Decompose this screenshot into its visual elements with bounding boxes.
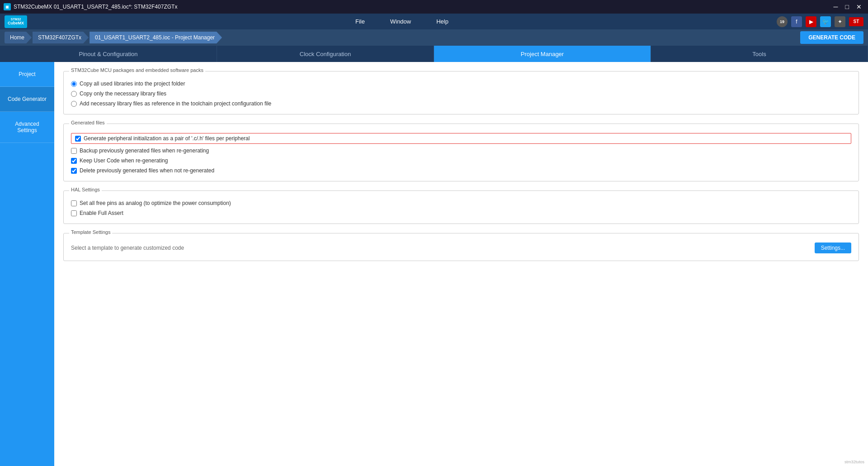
checkbox-backup-input[interactable] bbox=[71, 148, 77, 154]
watermark: stm32tutos bbox=[844, 460, 864, 464]
content-area: STM32Cube MCU packages and embedded soft… bbox=[54, 62, 868, 466]
checkbox-free-pins-input[interactable] bbox=[71, 200, 77, 206]
menu-help[interactable]: Help bbox=[433, 16, 452, 27]
twitter-icon[interactable]: 🐦 bbox=[820, 16, 831, 27]
breadcrumb-project[interactable]: 01_USART1_USART2_485.ioc - Project Manag… bbox=[90, 32, 222, 43]
app-logo-small: ▣ bbox=[4, 3, 11, 10]
breadcrumb-mcu[interactable]: STM32F407ZGTx bbox=[33, 32, 89, 43]
checkbox-full-assert-input[interactable] bbox=[71, 210, 77, 216]
generated-files-section: Generated files Generate peripheral init… bbox=[63, 124, 859, 181]
main-layout: Project Code Generator Advanced Settings… bbox=[0, 62, 868, 466]
mcu-packages-title: STM32Cube MCU packages and embedded soft… bbox=[69, 67, 205, 73]
menu-items: File Window Help bbox=[45, 16, 759, 27]
tab-tools[interactable]: Tools bbox=[651, 46, 868, 62]
youtube-icon[interactable]: ▶ bbox=[806, 16, 816, 27]
app-logo: STM32 CubeMX bbox=[5, 15, 27, 28]
menu-bar: STM32 CubeMX File Window Help 19 f ▶ 🐦 ✦… bbox=[0, 14, 868, 29]
maximize-button[interactable]: □ bbox=[843, 0, 852, 14]
sidebar-item-code-generator[interactable]: Code Generator bbox=[0, 87, 54, 112]
minimize-button[interactable]: ─ bbox=[831, 0, 841, 14]
tab-bar: Pinout & Configuration Clock Configurati… bbox=[0, 46, 868, 62]
checkbox-keep-user-code[interactable]: Keep User Code when re-generating bbox=[71, 157, 851, 164]
title-bar-controls: ─ □ ✕ bbox=[831, 0, 864, 14]
template-settings-title: Template Settings bbox=[69, 229, 112, 235]
logo-line1: STM32 bbox=[11, 18, 21, 21]
hal-settings-options: Set all free pins as analog (to optimize… bbox=[71, 200, 851, 216]
generated-files-options: Generate peripheral initialization as a … bbox=[71, 133, 851, 174]
mcu-packages-options: Copy all used libraries into the project… bbox=[71, 81, 851, 107]
logo-line2: CubeMX bbox=[8, 21, 24, 25]
checkbox-backup[interactable]: Backup previously generated files when r… bbox=[71, 147, 851, 154]
checkbox-generate-peripheral-input[interactable] bbox=[75, 136, 81, 142]
hal-settings-section: HAL Settings Set all free pins as analog… bbox=[63, 190, 859, 224]
menu-window[interactable]: Window bbox=[387, 16, 415, 27]
template-row: Select a template to generate customized… bbox=[71, 243, 851, 253]
checkbox-generate-peripheral[interactable]: Generate peripheral initialization as a … bbox=[71, 133, 851, 144]
checkbox-delete-generated-input[interactable] bbox=[71, 168, 77, 174]
title-bar-title: ▣ STM32CubeMX 01_USART1_USART2_485.ioc*:… bbox=[4, 3, 177, 10]
checkbox-delete-generated[interactable]: Delete previously generated files when n… bbox=[71, 167, 851, 174]
facebook-icon[interactable]: f bbox=[791, 16, 802, 27]
breadcrumb-bar: Home STM32F407ZGTx 01_USART1_USART2_485.… bbox=[0, 29, 868, 46]
tab-clock[interactable]: Clock Configuration bbox=[217, 46, 434, 62]
template-placeholder-text: Select a template to generate customized… bbox=[71, 245, 184, 251]
menu-file[interactable]: File bbox=[352, 16, 368, 27]
checkbox-free-pins[interactable]: Set all free pins as analog (to optimize… bbox=[71, 200, 851, 206]
mcu-packages-section: STM32Cube MCU packages and embedded soft… bbox=[63, 71, 859, 114]
checkbox-full-assert[interactable]: Enable Full Assert bbox=[71, 210, 851, 216]
window-title: STM32CubeMX 01_USART1_USART2_485.ioc*: S… bbox=[14, 4, 177, 10]
generate-code-button[interactable]: GENERATE CODE bbox=[800, 31, 863, 44]
sidebar-item-advanced-settings[interactable]: Advanced Settings bbox=[0, 112, 54, 143]
radio-add-reference[interactable]: Add necessary library files as reference… bbox=[71, 100, 851, 107]
sidebar-item-project[interactable]: Project bbox=[0, 62, 54, 87]
checkbox-keep-user-code-input[interactable] bbox=[71, 158, 77, 164]
version-badge: 19 bbox=[777, 16, 788, 27]
radio-copy-necessary[interactable]: Copy only the necessary library files bbox=[71, 90, 851, 97]
hal-settings-title: HAL Settings bbox=[69, 187, 102, 192]
tab-pinout[interactable]: Pinout & Configuration bbox=[0, 46, 217, 62]
network-icon[interactable]: ✦ bbox=[835, 16, 845, 27]
breadcrumb-home[interactable]: Home bbox=[5, 32, 32, 43]
template-settings-section: Template Settings Select a template to g… bbox=[63, 233, 859, 261]
title-bar: ▣ STM32CubeMX 01_USART1_USART2_485.ioc*:… bbox=[0, 0, 868, 14]
tab-project-manager[interactable]: Project Manager bbox=[434, 46, 651, 62]
sidebar: Project Code Generator Advanced Settings bbox=[0, 62, 54, 466]
st-logo: ST bbox=[849, 17, 863, 26]
generated-files-title: Generated files bbox=[69, 120, 107, 125]
settings-button[interactable]: Settings... bbox=[815, 243, 851, 253]
radio-copy-all[interactable]: Copy all used libraries into the project… bbox=[71, 81, 851, 87]
menu-right: 19 f ▶ 🐦 ✦ ST bbox=[777, 16, 863, 27]
close-button[interactable]: ✕ bbox=[854, 0, 864, 14]
